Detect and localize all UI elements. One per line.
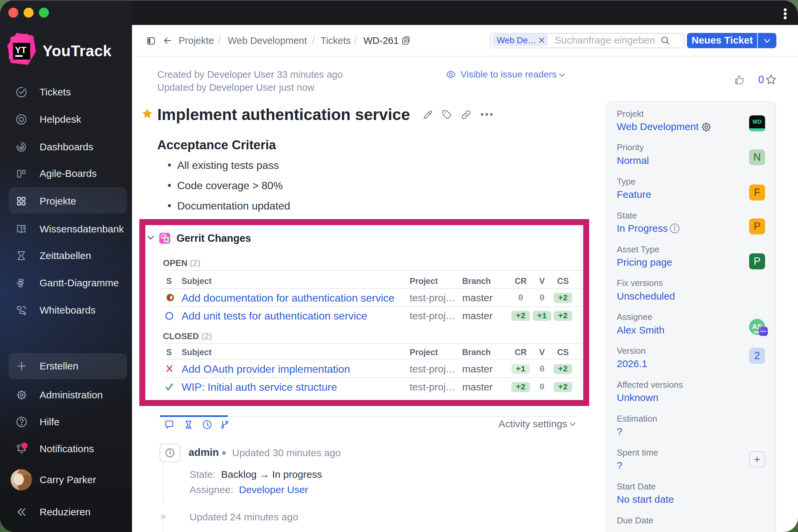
svg-text:YT: YT xyxy=(15,45,26,55)
